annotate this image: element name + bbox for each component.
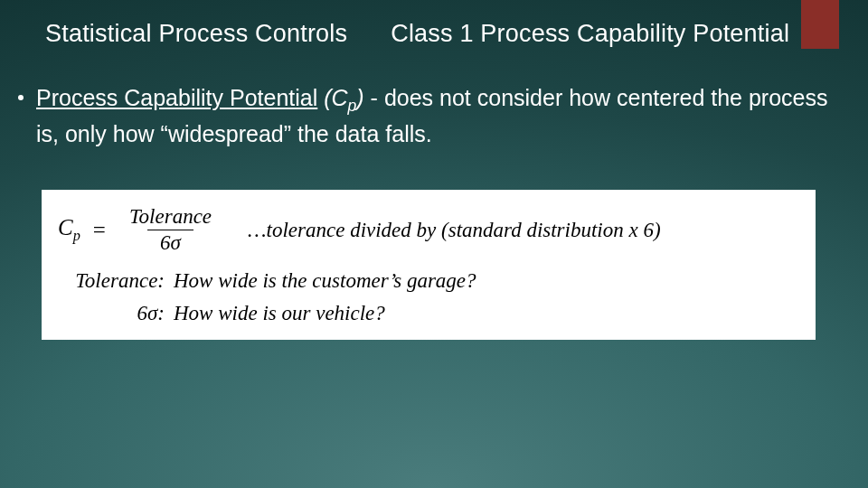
definitions: Tolerance: How wide is the customer’s ga…: [58, 265, 799, 329]
bullet-symbol-sub: p: [348, 97, 357, 115]
definition-tolerance: Tolerance: How wide is the customer’s ga…: [58, 265, 799, 297]
definition-tolerance-text: How wide is the customer’s garage?: [174, 265, 476, 297]
formula-numerator: Tolerance: [124, 206, 217, 230]
formula-lhs: Cp: [58, 215, 80, 245]
formula-card: Cp = Tolerance 6σ …tolerance divided by …: [42, 190, 816, 340]
definition-sixsigma-text: How wide is our vehicle?: [174, 297, 385, 330]
formula-denominator: 6σ: [147, 230, 193, 254]
formula-row: Cp = Tolerance 6σ …tolerance divided by …: [58, 206, 799, 254]
definition-sixsigma: 6σ: How wide is our vehicle?: [58, 297, 799, 330]
bullet-symbol-suffix: ): [356, 85, 363, 110]
slide-header: Statistical Process Controls Class 1 Pro…: [45, 20, 832, 48]
definition-tolerance-label: Tolerance:: [58, 265, 174, 297]
bullet-text: Process Capability Potential (Cp) - does…: [36, 81, 832, 151]
formula-lhs-prefix: C: [58, 215, 73, 239]
formula-fraction: Tolerance 6σ: [124, 206, 217, 254]
bullet-item: Process Capability Potential (Cp) - does…: [18, 81, 832, 151]
formula-description: …tolerance divided by (standard distribu…: [248, 219, 661, 242]
bullet-symbol-prefix: (C: [317, 85, 347, 110]
bullet-dot-icon: [18, 95, 24, 100]
header-left: Statistical Process Controls: [45, 20, 347, 48]
formula-lhs-sub: p: [73, 228, 80, 244]
slide-body: Process Capability Potential (Cp) - does…: [18, 81, 832, 151]
header-right: Class 1 Process Capability Potential: [391, 20, 789, 48]
formula-equals: =: [93, 218, 106, 243]
definition-sixsigma-label: 6σ:: [58, 297, 174, 330]
bullet-term: Process Capability Potential: [36, 85, 317, 110]
